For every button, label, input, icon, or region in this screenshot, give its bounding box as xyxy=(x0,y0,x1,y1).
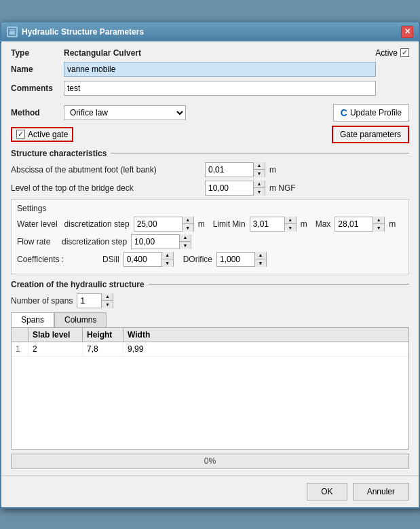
bottom-buttons: OK Annuler xyxy=(1,475,419,507)
bridge-up[interactable]: ▲ xyxy=(254,181,265,188)
dsill-spinbox[interactable]: ▲ ▼ xyxy=(123,252,174,267)
num-spans-spinbox[interactable]: ▲ ▼ xyxy=(77,293,113,308)
gate-parameters-button[interactable]: Gate parameters xyxy=(332,126,409,143)
table-row: 1 2 7,8 9,99 xyxy=(12,342,408,357)
water-discret-spinbox[interactable]: ▲ ▼ xyxy=(134,217,194,232)
cancel-button[interactable]: Annuler xyxy=(353,483,409,500)
table-header: Slab level Height Width xyxy=(12,328,408,342)
water-discret-unit: m xyxy=(198,219,205,229)
row-slab-level: 2 xyxy=(28,342,83,356)
method-select[interactable]: Orifice law Gate law xyxy=(64,105,186,120)
active-gate-row: Active gate Gate parameters xyxy=(11,126,409,143)
dsill-arrows: ▲ ▼ xyxy=(161,252,173,267)
comments-input[interactable] xyxy=(64,81,376,96)
dorifice-down[interactable]: ▼ xyxy=(255,259,266,267)
active-checkbox[interactable] xyxy=(400,48,409,57)
limit-min-input[interactable] xyxy=(250,217,284,231)
col-width: Width xyxy=(123,328,164,342)
progress-text: 0% xyxy=(204,456,216,466)
ok-button[interactable]: OK xyxy=(307,483,347,500)
row-width: 9,99 xyxy=(123,342,164,356)
tab-columns[interactable]: Columns xyxy=(54,312,107,327)
abutment-spinbox[interactable]: ▲ ▼ xyxy=(205,162,265,177)
comments-row: Comments xyxy=(11,81,409,96)
num-spans-up[interactable]: ▲ xyxy=(102,293,113,301)
structure-section-header: Structure characteristics xyxy=(11,149,409,158)
dsill-input[interactable] xyxy=(124,253,161,266)
limit-min-down[interactable]: ▼ xyxy=(285,224,296,232)
abutment-down[interactable]: ▼ xyxy=(254,170,265,177)
main-window: Hydraulic Structure Parameters ✕ Type Re… xyxy=(0,21,420,509)
active-gate-label: Active gate xyxy=(28,130,68,139)
active-gate-checkbox[interactable] xyxy=(16,130,25,139)
num-spans-down[interactable]: ▼ xyxy=(102,301,113,308)
max-up[interactable]: ▲ xyxy=(373,217,384,224)
close-button[interactable]: ✕ xyxy=(401,26,413,38)
water-level-label: Water level discretization step xyxy=(17,219,130,229)
max-spinbox[interactable]: ▲ ▼ xyxy=(335,217,385,232)
water-level-row: Water level discretization step ▲ ▼ m Li… xyxy=(17,217,403,232)
flow-discret-input[interactable] xyxy=(132,235,179,249)
progress-bar-container: 0% xyxy=(11,454,409,469)
water-discret-up[interactable]: ▲ xyxy=(183,217,193,224)
bridge-arrows: ▲ ▼ xyxy=(253,181,265,196)
limit-min-label: Limit Min xyxy=(213,219,246,229)
dorifice-spinbox[interactable]: ▲ ▼ xyxy=(216,252,267,267)
dsill-down[interactable]: ▼ xyxy=(162,259,173,267)
bridge-down[interactable]: ▼ xyxy=(254,188,265,196)
title-bar-left: Hydraulic Structure Parameters xyxy=(7,26,144,37)
max-unit: m xyxy=(389,219,396,229)
abutment-up[interactable]: ▲ xyxy=(254,162,265,170)
limit-min-spinbox[interactable]: ▲ ▼ xyxy=(250,217,297,232)
active-check-group: Active xyxy=(375,48,409,58)
window-icon xyxy=(7,26,18,37)
section-divider xyxy=(111,153,409,153)
name-input[interactable] xyxy=(64,62,376,77)
creation-section-header: Creation of the hydraulic structure xyxy=(11,280,409,289)
flow-discret-down[interactable]: ▼ xyxy=(180,242,191,249)
dorifice-input[interactable] xyxy=(217,253,254,266)
update-icon: C xyxy=(341,107,347,118)
flow-rate-row: Flow rate discretization step ▲ ▼ xyxy=(17,234,403,249)
update-btn-label: Update Profile xyxy=(350,108,402,117)
dorifice-label: DOrifice xyxy=(183,255,212,264)
col-height: Height xyxy=(83,328,123,342)
num-spans-label: Number of spans xyxy=(11,296,73,306)
flow-discret-arrows: ▲ ▼ xyxy=(179,234,191,249)
active-label: Active xyxy=(375,48,398,58)
water-discret-down[interactable]: ▼ xyxy=(183,224,193,232)
svg-rect-0 xyxy=(9,29,16,35)
abutment-input[interactable] xyxy=(206,163,253,177)
creation-divider xyxy=(149,284,409,285)
limit-min-up[interactable]: ▲ xyxy=(285,217,296,224)
bridge-unit: m NGF xyxy=(269,183,296,193)
num-spans-input[interactable] xyxy=(77,294,101,308)
max-arrows: ▲ ▼ xyxy=(373,217,384,232)
dorifice-up[interactable]: ▲ xyxy=(255,252,266,259)
dsill-label: DSill xyxy=(102,255,119,264)
abutment-arrows: ▲ ▼ xyxy=(253,162,265,177)
coefficients-row: Coefficients : DSill ▲ ▼ DOrifice ▲ ▼ xyxy=(17,252,403,267)
flow-discret-up[interactable]: ▲ xyxy=(180,234,191,242)
type-row: Type Rectangular Culvert Active xyxy=(11,48,409,58)
flow-discret-spinbox[interactable]: ▲ ▼ xyxy=(131,234,191,249)
structure-section-title: Structure characteristics xyxy=(11,149,107,158)
water-discret-input[interactable] xyxy=(134,217,182,231)
update-profile-button[interactable]: C Update Profile xyxy=(333,104,409,122)
max-down[interactable]: ▼ xyxy=(373,224,384,232)
active-gate-checkbox-group[interactable]: Active gate xyxy=(11,127,73,142)
abutment-row: Abscissa of the abutment foot (left bank… xyxy=(11,162,409,177)
type-value: Rectangular Culvert xyxy=(64,48,141,58)
bridge-input[interactable] xyxy=(206,181,253,195)
abutment-unit: m xyxy=(269,165,276,175)
num-spans-arrows: ▲ ▼ xyxy=(101,293,113,308)
max-input[interactable] xyxy=(335,217,373,231)
tab-spans[interactable]: Spans xyxy=(11,312,54,327)
dorifice-arrows: ▲ ▼ xyxy=(254,252,266,267)
dsill-up[interactable]: ▲ xyxy=(162,252,173,259)
bridge-label: Level of the top of the bridge deck xyxy=(11,183,201,193)
bridge-row: Level of the top of the bridge deck ▲ ▼ … xyxy=(11,181,409,196)
type-label: Type xyxy=(11,48,58,58)
bridge-spinbox[interactable]: ▲ ▼ xyxy=(205,181,265,196)
flow-rate-label: Flow rate discretization step xyxy=(17,237,127,247)
